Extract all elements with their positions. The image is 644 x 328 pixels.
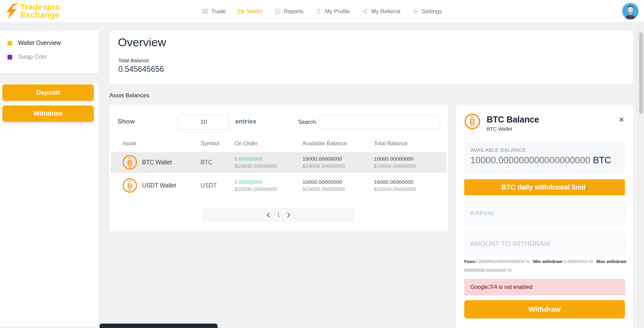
deposit-button[interactable]: Deposit [2,84,94,101]
on-order-cell: 0.00000000 $10000.00000000 [234,178,277,193]
asset-symbol: BTC [201,159,212,166]
referral-icon [362,9,368,14]
scrollbar-thumb[interactable] [639,32,643,114]
amount-to-withdraw-input[interactable] [464,231,625,256]
sidebar-item-label: Swap Coin [18,53,47,61]
available-balance-box: AVAILABLE BALANCE 10000.0000000000000000… [464,141,625,174]
currency-unit: BTC [593,155,611,165]
previous-page-icon[interactable] [267,212,272,217]
column-header-available-balance: Available Balance [302,140,347,147]
top-header: Tradexpro Exchange Trade [0,0,644,22]
withdraw-submit-button[interactable]: Withdraw [464,300,625,318]
scrollbar-track[interactable] [638,0,644,328]
sidebar-item-label: Wallet Overview [18,39,61,47]
withdraw-sidebar-button[interactable]: Withdraw [2,105,94,122]
btc-balance-panel: B BTC Balance BTC Wallet ✕ AVAILABLE BAL… [456,105,633,328]
sidebar-menu-card: Wallet Overview Swap Coin [0,31,99,73]
address-input[interactable] [464,201,625,225]
table-row-btc-wallet[interactable]: B BTC Wallet BTC 0.00000000 $10000.00000… [111,152,447,173]
panel-subtitle: BTC Wallet [487,126,512,132]
svg-text:B: B [127,182,132,190]
bottom-footer-edge [100,324,217,328]
trade-icon [202,9,208,14]
table-pagination: 1 [203,208,354,222]
overview-card: Overview Total Balance 0.545645656 [109,31,633,84]
nav-label: Reports [284,8,303,15]
avatar-image [622,3,639,19]
svg-text:B: B [470,117,475,126]
column-header-asset: Asset [122,140,136,147]
asset-balances-section-title: Asset Balances [109,92,149,99]
total-balance-cell: 10000.00000000 $10000.00000000 [374,178,416,193]
entries-label: entries [235,118,256,125]
asset-name: USDT Wallet [142,182,176,189]
sidebar-item-swap-coin[interactable]: Swap Coin [7,53,91,61]
profile-icon [316,9,321,14]
main-nav: Trade Wallet Reports [0,0,644,22]
nav-item-my-profile[interactable]: My Profile [316,8,350,15]
nav-label: Settings [422,8,442,15]
available-balance-label: AVAILABLE BALANCE [470,147,619,153]
total-balance-value: 0.545645656 [118,65,164,74]
column-header-symbol: Symbol [201,140,219,147]
wallet-icon [238,9,244,14]
column-header-total-balance: Total Balance [374,140,407,147]
nav-label: My Referral [371,8,400,15]
nav-item-my-referral[interactable]: My Referral [362,8,400,15]
purple-square-bullet-icon [7,55,12,60]
total-balance-label: Total Balance [118,58,149,63]
available-balance-cell: 10000.00000000 $10000.00000000 [302,155,345,169]
close-icon[interactable]: ✕ [619,116,624,124]
user-avatar[interactable] [622,3,639,19]
page-number[interactable]: 1 [277,212,280,218]
nav-item-reports[interactable]: Reports [275,8,303,15]
page-title: Overview [118,36,166,49]
nav-label: Trade [211,8,226,15]
svg-text:B: B [127,159,132,166]
show-label: Show [118,118,135,125]
next-page-icon[interactable] [285,212,290,217]
yellow-square-bullet-icon [7,41,12,46]
nav-item-settings[interactable]: Settings [413,8,442,15]
available-balance-value: 10000.000000000000000000 BTC [470,155,619,166]
sidebar-actions-card: Deposit Withdraw [0,83,99,326]
nav-item-wallet[interactable]: Wallet [238,8,262,15]
wallet-overview-page: Tradexpro Exchange Trade [0,0,644,328]
table-row-usdt-wallet[interactable]: B USDT Wallet USDT 0.00000000 $10000.000… [111,175,447,196]
sidebar-item-wallet-overview[interactable]: Wallet Overview [7,39,91,47]
asset-symbol: USDT [201,182,217,189]
nav-label: Wallet [247,8,262,15]
nav-item-trade[interactable]: Trade [202,8,226,15]
panel-title: BTC Balance [487,115,539,125]
on-order-cell: 0.00000000 $10000.00000000 [234,155,277,169]
nav-label: My Profile [325,8,350,15]
entries-count-input[interactable] [178,115,229,130]
asset-balances-card: Show entries Search: Asset Symbol On Ord… [109,105,448,231]
table-header-row: Asset Symbol On Order Available Balance … [109,140,448,150]
settings-icon [413,9,418,14]
search-input[interactable] [319,115,440,129]
btc-coin-icon: B [122,155,137,170]
btc-coin-icon: B [464,113,481,130]
search-label: Search: [298,119,317,125]
asset-name: BTC Wallet [142,159,172,166]
google-2fa-alert: Google 2FA is not enabled [464,279,625,295]
fees-info: Fees0.000000100000000000 % Min withdraw … [464,257,627,275]
total-balance-cell: 10000.00000000 $10000.00000000 [374,155,416,169]
reports-icon [275,9,280,14]
available-balance-cell: 10000.00000000 $10000.00000000 [302,178,345,193]
usdt-coin-icon: B [122,178,137,193]
column-header-on-order: On Order [234,140,258,147]
daily-withdrawal-limit-banner: BTC daily withdrawal limit. [464,179,625,195]
